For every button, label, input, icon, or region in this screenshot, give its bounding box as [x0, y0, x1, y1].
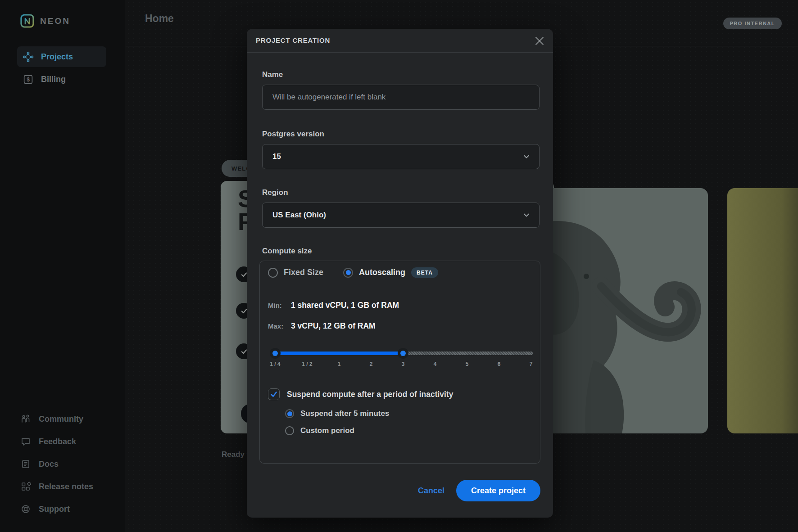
slider-tick: 7 [520, 361, 542, 367]
community-people-icon [20, 414, 31, 424]
sidebar-item-label: Projects [41, 52, 73, 62]
min-compute-row: Min: 1 shared vCPU, 1 GB of RAM [268, 301, 529, 311]
name-input[interactable] [263, 85, 539, 109]
beta-badge: BETA [411, 267, 438, 278]
sidebar-item-label: Support [39, 505, 70, 514]
projects-network-icon [23, 51, 34, 63]
slider-max-thumb[interactable] [398, 348, 408, 359]
sidebar-item-label: Feedback [39, 437, 76, 446]
chevron-down-icon [522, 211, 531, 220]
create-project-button[interactable]: Create project [456, 480, 540, 501]
modal-title: PROJECT CREATION [256, 36, 330, 44]
slider-tick: 1 / 2 [296, 361, 318, 367]
sidebar-item-label: Docs [39, 460, 59, 469]
sidebar-item-support[interactable]: Support [20, 502, 70, 516]
sidebar-item-feedback[interactable]: Feedback [20, 435, 76, 448]
slider-min-thumb[interactable] [270, 348, 281, 359]
cancel-button[interactable]: Cancel [418, 486, 444, 496]
release-notes-grid-icon [20, 481, 31, 492]
name-label: Name [262, 70, 283, 79]
slider-tick: 5 [456, 361, 478, 367]
plan-badge: PRO INTERNAL [723, 18, 782, 29]
region-label: Region [262, 188, 288, 197]
promo-card [727, 188, 798, 433]
chevron-down-icon [522, 152, 531, 161]
autoscaling-label: Autoscaling [359, 268, 405, 277]
fixed-size-label: Fixed Size [284, 268, 323, 277]
suspend-compute-row: Suspend compute after a period of inacti… [268, 388, 453, 400]
docs-document-icon [20, 459, 31, 469]
compute-mode-options: Fixed Size Autoscaling BETA [268, 267, 438, 278]
compute-size-panel: Fixed Size Autoscaling BETA Min: 1 share… [259, 261, 540, 464]
radio-icon[interactable] [285, 409, 294, 418]
custom-period-radio[interactable]: Custom period [285, 426, 354, 435]
sidebar-item-release-notes[interactable]: Release notes [20, 480, 93, 493]
postgres-version-label: Postgres version [262, 130, 324, 139]
suspend-after-5-label: Suspend after 5 minutes [300, 409, 389, 418]
postgres-version-select[interactable]: 15 [262, 144, 540, 169]
suspend-checkbox[interactable] [268, 388, 280, 400]
max-value: 3 vCPU, 12 GB of RAM [291, 321, 376, 331]
page-title: Home [145, 13, 174, 25]
custom-period-label: Custom period [300, 426, 354, 435]
max-compute-row: Max: 3 vCPU, 12 GB of RAM [268, 321, 529, 332]
app-window: Home PRO INTERNAL WELCO S P Ready to [0, 0, 798, 532]
sidebar-item-label: Community [39, 415, 83, 424]
max-label: Max: [268, 322, 291, 330]
postgres-version-value: 15 [272, 152, 281, 161]
compute-range-slider[interactable] [272, 350, 533, 357]
sidebar: NEON Projects $ Billing [0, 0, 125, 532]
check-icon [270, 390, 278, 398]
sidebar-item-projects[interactable]: Projects [17, 46, 106, 67]
region-value: US East (Ohio) [272, 211, 326, 220]
neon-logo-icon [20, 14, 34, 28]
suspend-after-5-radio[interactable]: Suspend after 5 minutes [285, 409, 389, 418]
support-lifebuoy-icon [20, 504, 31, 514]
brand-wordmark: NEON [40, 16, 70, 26]
modal-header: PROJECT CREATION [247, 29, 553, 53]
modal-footer: Cancel Create project [418, 480, 540, 501]
slider-tick: 3 [392, 361, 414, 367]
radio-icon[interactable] [343, 268, 353, 278]
radio-icon[interactable] [285, 426, 294, 435]
fixed-size-radio[interactable]: Fixed Size [268, 268, 323, 278]
slider-fill [272, 352, 403, 355]
brand-logo[interactable]: NEON [20, 14, 70, 28]
slider-tick: 4 [424, 361, 446, 367]
region-select[interactable]: US East (Ohio) [262, 203, 540, 228]
feedback-bubble-icon [20, 436, 31, 447]
slider-tick: 2 [360, 361, 382, 367]
sidebar-item-community[interactable]: Community [20, 412, 83, 426]
autoscaling-radio[interactable]: Autoscaling BETA [343, 267, 438, 278]
sidebar-item-billing[interactable]: $ Billing [17, 69, 106, 90]
billing-dollar-icon: $ [23, 74, 34, 85]
close-icon[interactable] [533, 35, 546, 47]
slider-tick: 1 [328, 361, 350, 367]
min-label: Min: [268, 302, 291, 309]
compute-size-label: Compute size [262, 247, 312, 256]
name-input-wrap [262, 85, 540, 110]
suspend-label: Suspend compute after a period of inacti… [287, 388, 453, 400]
sidebar-item-label: Release notes [39, 482, 93, 491]
min-value: 1 shared vCPU, 1 GB of RAM [291, 301, 399, 310]
radio-icon[interactable] [268, 268, 278, 278]
sidebar-item-label: Billing [41, 75, 66, 84]
slider-tick: 1 / 4 [264, 361, 286, 367]
slider-tick: 6 [488, 361, 510, 367]
project-creation-modal: PROJECT CREATION Name Postgres version 1… [247, 29, 553, 518]
sidebar-item-docs[interactable]: Docs [20, 457, 59, 471]
